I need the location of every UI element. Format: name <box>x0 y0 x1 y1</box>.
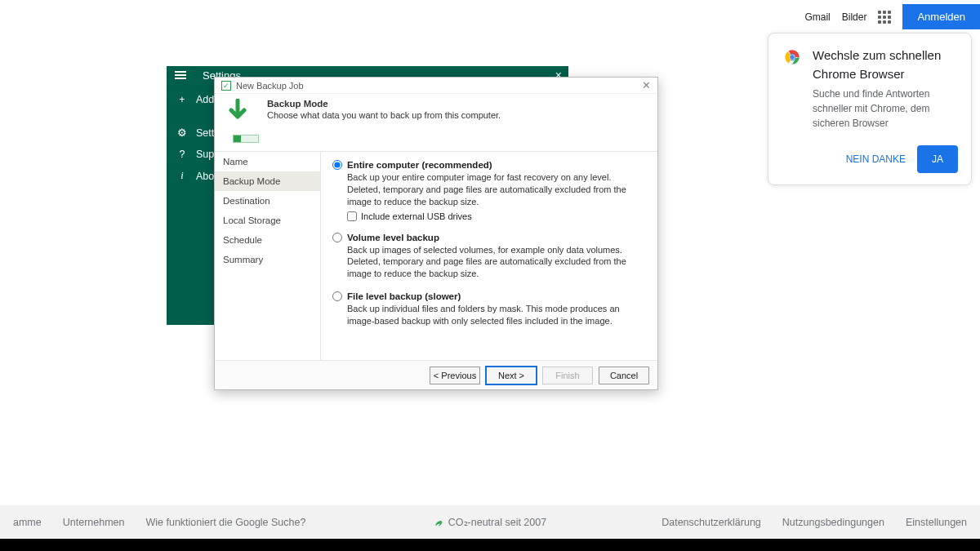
question-icon: ? <box>176 149 188 160</box>
promo-no-button[interactable]: NEIN DANKE <box>846 152 906 167</box>
dialog-app-icon: ✓ <box>221 81 231 91</box>
dialog-header: Backup Mode Choose what data you want to… <box>215 94 657 151</box>
step-summary[interactable]: Summary <box>215 250 320 269</box>
progress-bar-icon <box>233 135 259 143</box>
option-title: Entire computer (recommended) <box>347 160 492 170</box>
footer-link[interactable]: Wie funktioniert die Google Suche? <box>145 517 305 528</box>
leaf-icon <box>434 518 443 527</box>
option-desc: Back up your entire computer image for f… <box>347 171 646 208</box>
wizard-steps-list: Name Backup Mode Destination Local Stora… <box>215 152 321 360</box>
wizard-footer: < Previous Next > Finish Cancel <box>215 360 657 389</box>
option-entire-computer: Entire computer (recommended) Back up yo… <box>332 160 646 221</box>
option-file-level-row[interactable]: File level backup (slower) <box>332 291 646 301</box>
close-icon[interactable]: ✕ <box>642 79 651 91</box>
svg-point-2 <box>790 55 794 59</box>
footer-link[interactable]: amme <box>13 517 42 528</box>
signin-button[interactable]: Anmelden <box>902 4 980 29</box>
step-backup-mode[interactable]: Backup Mode <box>215 171 320 191</box>
hamburger-icon[interactable] <box>175 71 186 79</box>
windows-taskbar[interactable] <box>0 539 980 551</box>
chrome-promo-card: Wechsle zum schnellen Chrome Browser Suc… <box>768 33 972 185</box>
sliders-icon: ⚙ <box>176 127 188 139</box>
images-link[interactable]: Bilder <box>842 11 867 23</box>
footer-carbon[interactable]: CO₂-neutral seit 2007 <box>434 516 546 528</box>
new-backup-job-dialog: ✓ New Backup Job ✕ Backup Mode Choose wh… <box>214 77 658 390</box>
footer-link[interactable]: Datenschutzerklärung <box>662 517 761 528</box>
previous-button[interactable]: < Previous <box>430 367 480 384</box>
download-arrow-icon <box>225 99 251 131</box>
option-title: File level backup (slower) <box>347 291 461 301</box>
cancel-button[interactable]: Cancel <box>599 367 649 384</box>
step-name[interactable]: Name <box>215 152 320 171</box>
checkbox-include-usb[interactable] <box>347 211 357 221</box>
option-title: Volume level backup <box>347 233 439 242</box>
google-footer: amme Unternehmen Wie funktioniert die Go… <box>0 505 980 539</box>
include-usb-row[interactable]: Include external USB drives <box>347 211 646 221</box>
dialog-titlebar: ✓ New Backup Job ✕ <box>215 78 657 94</box>
option-volume-level: Volume level backup Back up images of se… <box>332 233 646 281</box>
chrome-logo-icon <box>782 47 803 68</box>
option-entire-computer-row[interactable]: Entire computer (recommended) <box>332 160 646 170</box>
radio-volume-level[interactable] <box>332 233 342 242</box>
apps-grid-icon[interactable] <box>878 11 891 24</box>
promo-body: Suche und finde Antworten schneller mit … <box>813 87 958 131</box>
dialog-title: New Backup Job <box>236 81 304 91</box>
promo-title: Wechsle zum schnellen Chrome Browser <box>813 47 958 83</box>
radio-file-level[interactable] <box>332 291 342 301</box>
option-volume-level-row[interactable]: Volume level backup <box>332 233 646 242</box>
step-schedule[interactable]: Schedule <box>215 230 320 250</box>
checkbox-label: Include external USB drives <box>361 211 472 221</box>
info-icon: i <box>176 170 188 182</box>
footer-carbon-text: CO₂-neutral seit 2007 <box>448 516 546 528</box>
step-destination[interactable]: Destination <box>215 191 320 211</box>
gmail-link[interactable]: Gmail <box>804 11 830 23</box>
wizard-content: Entire computer (recommended) Back up yo… <box>321 152 657 360</box>
radio-entire-computer[interactable] <box>332 160 342 170</box>
promo-yes-button[interactable]: JA <box>917 145 958 173</box>
footer-link[interactable]: Nutzungsbedingungen <box>782 517 884 528</box>
footer-link[interactable]: Unternehmen <box>63 517 125 528</box>
next-button[interactable]: Next > <box>486 367 537 384</box>
finish-button: Finish <box>542 367 593 384</box>
step-local-storage[interactable]: Local Storage <box>215 211 320 230</box>
dialog-header-subtitle: Choose what data you want to back up fro… <box>267 110 501 120</box>
dialog-header-title: Backup Mode <box>267 99 501 109</box>
option-desc: Back up images of selected volumes, for … <box>347 244 646 281</box>
footer-link[interactable]: Einstellungen <box>906 517 967 528</box>
google-top-nav: Gmail Bilder Anmelden <box>804 4 980 29</box>
option-file-level: File level backup (slower) Back up indiv… <box>332 291 646 327</box>
plus-icon: + <box>176 94 188 105</box>
option-desc: Back up individual files and folders by … <box>347 303 646 327</box>
